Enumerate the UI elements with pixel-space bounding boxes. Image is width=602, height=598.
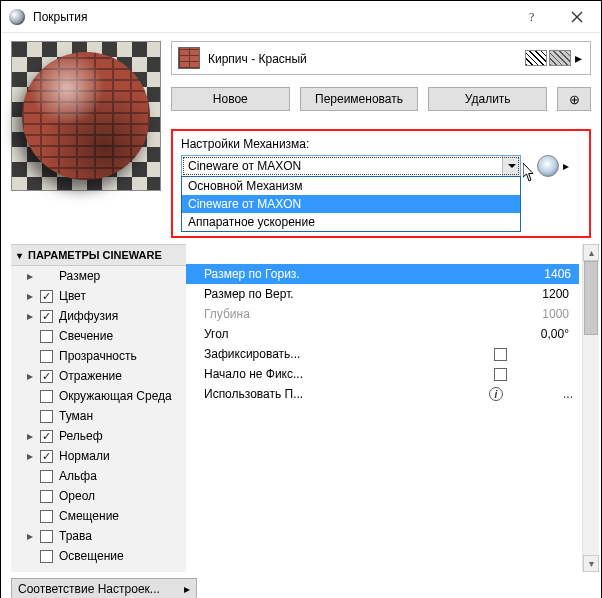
prop-row-size-h[interactable]: Размер по Гориз. 1406 — [186, 264, 591, 284]
size-h-value[interactable]: 1406 — [491, 267, 579, 281]
new-button[interactable]: Новое — [171, 87, 290, 111]
svg-text:?: ? — [529, 11, 534, 23]
param-row-displacement[interactable]: Смещение — [11, 506, 186, 526]
checkbox[interactable] — [40, 410, 53, 423]
lower-area: ▾ ПАРАМЕТРЫ CINEWARE ▸ Размер ▸ Цвет ▸ — [11, 244, 591, 572]
param-row-diffuse[interactable]: ▸ Диффузия — [11, 306, 186, 326]
properties-panel: Размер по Гориз. 1406 Размер по Верт. 12… — [186, 244, 591, 572]
action-buttons: Новое Переименовать Удалить ⊕ — [171, 87, 591, 111]
checkbox[interactable] — [40, 430, 53, 443]
window-title: Покрытия — [33, 10, 511, 24]
preview-sphere — [22, 52, 150, 180]
depth-value: 1000 — [487, 305, 577, 323]
chevron-right-icon[interactable]: ▸ — [573, 51, 584, 65]
checkbox[interactable] — [40, 310, 53, 323]
tree-toggle-icon[interactable]: ▸ — [25, 310, 34, 322]
prop-row-use[interactable]: Использовать П... i ... — [186, 384, 591, 404]
chevron-right-icon: ▸ — [184, 582, 190, 596]
param-row-environment[interactable]: Окружающая Среда — [11, 386, 186, 406]
dropdown-indicator-icon[interactable]: ▸ — [563, 159, 569, 173]
material-swatch[interactable] — [178, 47, 200, 69]
match-settings-button[interactable]: Соответствие Настроек... ▸ — [11, 578, 197, 598]
angle-value[interactable]: 0,00° — [487, 325, 577, 343]
checkbox[interactable] — [40, 450, 53, 463]
param-row-alpha[interactable]: Альфа — [11, 466, 186, 486]
cineware-icon[interactable] — [537, 155, 559, 177]
engine-option-0[interactable]: Основной Механизм — [182, 177, 520, 195]
material-name[interactable]: Кирпич - Красный — [208, 51, 517, 66]
size-v-value[interactable]: 1200 — [487, 285, 577, 303]
param-row-size[interactable]: ▸ Размер — [11, 266, 186, 286]
param-row-color[interactable]: ▸ Цвет — [11, 286, 186, 306]
prop-row-angle[interactable]: Угол 0,00° — [186, 324, 591, 344]
checkbox[interactable] — [40, 370, 53, 383]
prop-row-lock[interactable]: Зафиксировать... — [186, 344, 591, 364]
tree-toggle-icon[interactable]: ▸ — [25, 530, 34, 542]
checkbox[interactable] — [40, 290, 53, 303]
param-row-illumination[interactable]: Освещение — [11, 546, 186, 566]
engine-combobox-field[interactable]: Cineware от MAXON — [181, 155, 521, 177]
help-button[interactable]: ? — [511, 2, 555, 32]
param-row-glow[interactable]: Ореол — [11, 486, 186, 506]
engine-option-2[interactable]: Аппаратное ускорение — [182, 213, 520, 231]
param-row-transparency[interactable]: Прозрачность — [11, 346, 186, 366]
lock-checkbox[interactable] — [494, 348, 507, 361]
sidebar: ▾ ПАРАМЕТРЫ CINEWARE ▸ Размер ▸ Цвет ▸ — [11, 244, 186, 572]
info-icon[interactable]: i — [489, 387, 503, 401]
origin-checkbox[interactable] — [494, 368, 507, 381]
scroll-up-icon[interactable]: ▴ — [583, 244, 599, 261]
engine-settings-block: Настройки Механизма: Cineware от MAXON — [171, 129, 591, 238]
cineware-params-header[interactable]: ▾ ПАРАМЕТРЫ CINEWARE — [11, 244, 186, 266]
param-row-luminance[interactable]: Свечение — [11, 326, 186, 346]
dialog-content: Кирпич - Красный ▸ Новое Переименовать У… — [1, 33, 601, 598]
param-row-normal[interactable]: ▸ Нормали — [11, 446, 186, 466]
prop-row-size-v[interactable]: Размер по Верт. 1200 — [186, 284, 591, 304]
param-row-bump[interactable]: ▸ Рельеф — [11, 426, 186, 446]
checkbox[interactable] — [40, 470, 53, 483]
checkbox[interactable] — [40, 490, 53, 503]
param-row-fog[interactable]: Туман — [11, 406, 186, 426]
tree-toggle-icon[interactable]: ▸ — [25, 450, 34, 462]
app-icon — [9, 9, 25, 25]
surfaces-dialog: Покрытия ? Кирпич - Красный ▸ — [0, 0, 602, 598]
checkbox[interactable] — [40, 510, 53, 523]
prop-row-origin[interactable]: Начало не Фикс... — [186, 364, 591, 384]
engine-option-1[interactable]: Cineware от MAXON — [182, 195, 520, 213]
checkbox[interactable] — [40, 390, 53, 403]
tree-toggle-icon[interactable]: ▸ — [25, 290, 34, 302]
globe-icon: ⊕ — [569, 92, 580, 107]
top-row: Кирпич - Красный ▸ Новое Переименовать У… — [11, 41, 591, 238]
engine-dropdown-list: Основной Механизм Cineware от MAXON Аппа… — [181, 176, 521, 232]
param-row-grass[interactable]: ▸ Трава — [11, 526, 186, 546]
right-column: Кирпич - Красный ▸ Новое Переименовать У… — [171, 41, 591, 238]
engine-settings-label: Настройки Механизма: — [181, 137, 581, 151]
tree-toggle-icon[interactable]: ▸ — [25, 430, 34, 442]
delete-button[interactable]: Удалить — [428, 87, 547, 111]
material-name-row: Кирпич - Красный ▸ — [171, 41, 591, 75]
checkbox[interactable] — [40, 330, 53, 343]
hatch-icons: ▸ — [525, 50, 584, 66]
param-row-reflection[interactable]: ▸ Отражение — [11, 366, 186, 386]
scroll-thumb[interactable] — [584, 261, 598, 335]
tree-toggle-icon[interactable]: ▸ — [25, 270, 34, 282]
checkbox[interactable] — [40, 350, 53, 363]
engine-ext-icons: ▸ — [537, 155, 569, 177]
engine-selected-text: Cineware от MAXON — [188, 159, 502, 173]
combobox-dropdown-button[interactable] — [502, 156, 520, 176]
more-button[interactable]: ... — [559, 387, 577, 401]
material-preview[interactable] — [11, 41, 161, 191]
checkbox[interactable] — [40, 530, 53, 543]
hatch-icon-a[interactable] — [525, 50, 547, 66]
titlebar: Покрытия ? — [1, 1, 601, 33]
match-settings-row: Соответствие Настроек... ▸ — [11, 578, 591, 598]
hatch-icon-b[interactable] — [549, 50, 571, 66]
rename-button[interactable]: Переименовать — [300, 87, 419, 111]
collapse-icon: ▾ — [17, 250, 22, 261]
close-button[interactable] — [555, 2, 599, 32]
scroll-down-icon[interactable]: ▾ — [583, 555, 599, 572]
engine-combobox[interactable]: Cineware от MAXON ▸ — [181, 155, 521, 232]
checkbox[interactable] — [40, 550, 53, 563]
vertical-scrollbar[interactable]: ▴ ▾ — [582, 244, 599, 572]
tree-toggle-icon[interactable]: ▸ — [25, 370, 34, 382]
web-button[interactable]: ⊕ — [557, 87, 591, 111]
